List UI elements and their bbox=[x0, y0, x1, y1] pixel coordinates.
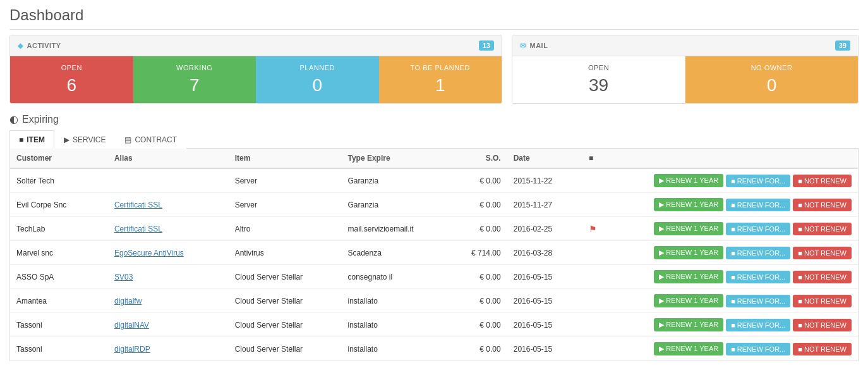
alias-link[interactable]: digitalRDP bbox=[114, 345, 150, 354]
table-row: Marvel sncEgoSecure AntiVirusAntivirusSc… bbox=[10, 241, 858, 265]
not-renew-button[interactable]: ■ NOT RENEW bbox=[793, 223, 852, 235]
cell-type-expire: mail.servizioemail.it bbox=[341, 217, 447, 241]
renew-1year-button[interactable]: ▶ RENEW 1 YEAR bbox=[654, 222, 723, 235]
action-buttons: ▶ RENEW 1 YEAR■ RENEW FOR...■ NOT RENEW bbox=[613, 294, 852, 307]
alias-link[interactable]: digitalfw bbox=[114, 297, 142, 306]
cell-so: € 0.00 bbox=[447, 193, 507, 217]
cell-flag: ⚑ bbox=[582, 217, 607, 241]
alias-link[interactable]: Certificati SSL bbox=[114, 201, 162, 209]
activity-working-label: WORKING bbox=[140, 64, 250, 71]
expiring-tabs: ■ ITEM ▶ SERVICE ▤ CONTRACT bbox=[9, 130, 859, 149]
activity-tobeplanned-value: 1 bbox=[385, 75, 496, 96]
renew-for-button[interactable]: ■ RENEW FOR... bbox=[726, 295, 790, 307]
flag-icon: ⚑ bbox=[589, 224, 597, 234]
col-alias-header: Alias bbox=[108, 149, 229, 168]
mail-label: MAIL bbox=[530, 42, 548, 49]
cell-so: € 0.00 bbox=[447, 217, 507, 241]
cell-so: € 714.00 bbox=[447, 241, 507, 265]
alias-link[interactable]: EgoSecure AntiVirus bbox=[114, 249, 184, 257]
alias-link[interactable]: digitalNAV bbox=[114, 321, 149, 330]
action-buttons: ▶ RENEW 1 YEAR■ RENEW FOR...■ NOT RENEW bbox=[613, 246, 852, 259]
action-buttons: ▶ RENEW 1 YEAR■ RENEW FOR...■ NOT RENEW bbox=[613, 318, 852, 331]
cell-date: 2015-11-22 bbox=[507, 168, 582, 193]
activity-panel-header: ◆ ACTIVITY 13 bbox=[10, 35, 502, 56]
cell-alias[interactable]: EgoSecure AntiVirus bbox=[108, 241, 229, 265]
cell-customer: ASSO SpA bbox=[10, 265, 108, 289]
cell-so: € 0.00 bbox=[447, 337, 507, 361]
cell-alias[interactable]: SV03 bbox=[108, 265, 229, 289]
tab-service-label: SERVICE bbox=[73, 135, 105, 144]
cell-alias[interactable]: digitalfw bbox=[108, 289, 229, 313]
renew-1year-button[interactable]: ▶ RENEW 1 YEAR bbox=[654, 174, 723, 187]
mail-open-value: 39 bbox=[519, 75, 678, 96]
mail-noowner-box: NO OWNER 0 bbox=[685, 56, 858, 103]
action-buttons: ▶ RENEW 1 YEAR■ RENEW FOR...■ NOT RENEW bbox=[613, 222, 852, 235]
cell-date: 2016-05-15 bbox=[507, 337, 582, 361]
renew-1year-button[interactable]: ▶ RENEW 1 YEAR bbox=[654, 246, 723, 259]
not-renew-button[interactable]: ■ NOT RENEW bbox=[793, 271, 852, 283]
expiring-table: Customer Alias Item Type Expire S.O. Dat… bbox=[10, 149, 858, 361]
tab-service[interactable]: ▶ SERVICE bbox=[54, 130, 115, 149]
cell-customer: Marvel snc bbox=[10, 241, 108, 265]
monitor-icon: ■ bbox=[19, 135, 23, 144]
cell-so: € 0.00 bbox=[447, 265, 507, 289]
renew-for-button[interactable]: ■ RENEW FOR... bbox=[726, 223, 790, 235]
cell-item: Altro bbox=[229, 217, 342, 241]
renew-1year-button[interactable]: ▶ RENEW 1 YEAR bbox=[654, 270, 723, 283]
renew-for-button[interactable]: ■ RENEW FOR... bbox=[726, 199, 790, 211]
renew-for-button[interactable]: ■ RENEW FOR... bbox=[726, 175, 790, 187]
cell-actions: ▶ RENEW 1 YEAR■ RENEW FOR...■ NOT RENEW bbox=[607, 241, 858, 265]
cell-item: Server bbox=[229, 168, 342, 193]
cell-alias[interactable]: Certificati SSL bbox=[108, 193, 229, 217]
activity-planned-box: PLANNED 0 bbox=[256, 56, 379, 103]
cell-item: Cloud Server Stellar bbox=[229, 265, 342, 289]
renew-for-button[interactable]: ■ RENEW FOR... bbox=[726, 319, 790, 331]
col-date-header: Date bbox=[507, 149, 582, 168]
col-customer-header: Customer bbox=[10, 149, 108, 168]
renew-1year-button[interactable]: ▶ RENEW 1 YEAR bbox=[654, 294, 723, 307]
mail-panel: ✉ MAIL 39 OPEN 39 NO OWNER 0 bbox=[512, 35, 859, 104]
tab-contract[interactable]: ▤ CONTRACT bbox=[115, 130, 186, 149]
renew-for-button[interactable]: ■ RENEW FOR... bbox=[726, 271, 790, 283]
mail-open-box: OPEN 39 bbox=[512, 56, 685, 103]
cell-customer: Evil Corpe Snc bbox=[10, 193, 108, 217]
tab-item[interactable]: ■ ITEM bbox=[9, 130, 54, 149]
cell-item: Cloud Server Stellar bbox=[229, 313, 342, 337]
activity-badge: 13 bbox=[479, 40, 494, 51]
activity-panel: ◆ ACTIVITY 13 OPEN 6 WORKING 7 PLANNED 0 bbox=[9, 35, 502, 104]
mail-open-label: OPEN bbox=[519, 64, 678, 71]
activity-label: ACTIVITY bbox=[27, 42, 61, 49]
action-buttons: ▶ RENEW 1 YEAR■ RENEW FOR...■ NOT RENEW bbox=[613, 270, 852, 283]
alias-link[interactable]: SV03 bbox=[114, 273, 133, 281]
cell-alias[interactable]: digitalNAV bbox=[108, 313, 229, 337]
cell-date: 2016-05-15 bbox=[507, 313, 582, 337]
mail-panel-body: OPEN 39 NO OWNER 0 bbox=[512, 56, 858, 103]
alias-link[interactable]: Certificati SSL bbox=[114, 225, 162, 233]
renew-1year-button[interactable]: ▶ RENEW 1 YEAR bbox=[654, 318, 723, 331]
not-renew-button[interactable]: ■ NOT RENEW bbox=[793, 175, 852, 187]
cell-date: 2016-05-15 bbox=[507, 265, 582, 289]
cell-date: 2016-03-28 bbox=[507, 241, 582, 265]
cell-actions: ▶ RENEW 1 YEAR■ RENEW FOR...■ NOT RENEW bbox=[607, 337, 858, 361]
table-row: TechLabCertificati SSLAltromail.servizio… bbox=[10, 217, 858, 241]
tab-contract-label: CONTRACT bbox=[135, 135, 177, 144]
cell-item: Cloud Server Stellar bbox=[229, 337, 342, 361]
cell-actions: ▶ RENEW 1 YEAR■ RENEW FOR...■ NOT RENEW bbox=[607, 217, 858, 241]
renew-1year-button[interactable]: ▶ RENEW 1 YEAR bbox=[654, 198, 723, 211]
cell-alias[interactable]: Certificati SSL bbox=[108, 217, 229, 241]
cell-date: 2016-05-15 bbox=[507, 289, 582, 313]
cell-customer: Tassoni bbox=[10, 337, 108, 361]
renew-for-button[interactable]: ■ RENEW FOR... bbox=[726, 247, 790, 259]
cell-date: 2016-02-25 bbox=[507, 217, 582, 241]
cell-item: Antivirus bbox=[229, 241, 342, 265]
mail-panel-header: ✉ MAIL 39 bbox=[512, 35, 858, 56]
not-renew-button[interactable]: ■ NOT RENEW bbox=[793, 199, 852, 211]
not-renew-button[interactable]: ■ NOT RENEW bbox=[793, 319, 852, 331]
not-renew-button[interactable]: ■ NOT RENEW bbox=[793, 247, 852, 259]
not-renew-button[interactable]: ■ NOT RENEW bbox=[793, 295, 852, 307]
renew-1year-button[interactable]: ▶ RENEW 1 YEAR bbox=[654, 342, 723, 355]
cell-alias[interactable]: digitalRDP bbox=[108, 337, 229, 361]
cell-so: € 0.00 bbox=[447, 313, 507, 337]
not-renew-button[interactable]: ■ NOT RENEW bbox=[793, 343, 852, 355]
renew-for-button[interactable]: ■ RENEW FOR... bbox=[726, 343, 790, 355]
